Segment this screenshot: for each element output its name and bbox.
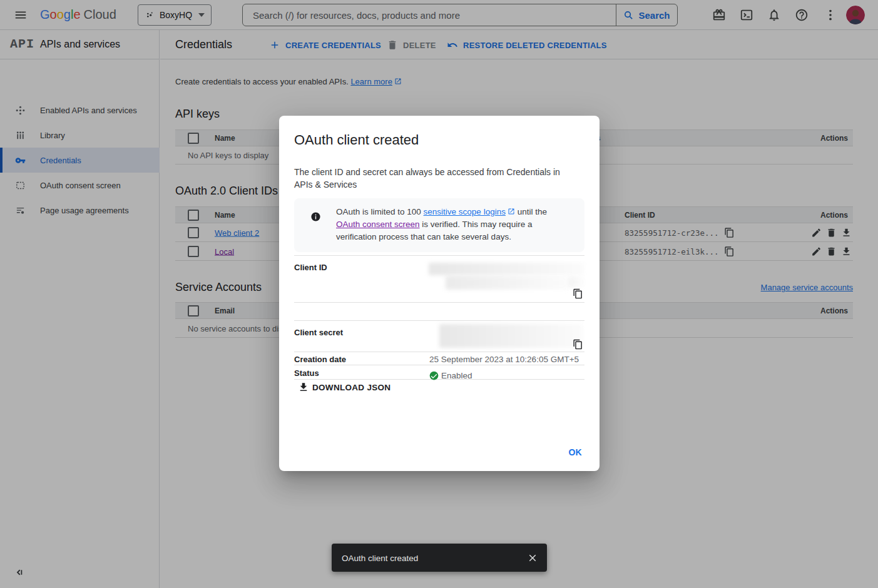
- dialog-description: The client ID and secret can always be a…: [294, 166, 576, 191]
- copy-icon[interactable]: [573, 339, 583, 350]
- client-id-redacted: [446, 276, 568, 290]
- info-icon: [310, 211, 321, 222]
- status-label: Status: [294, 368, 319, 378]
- notice-mid: until the: [515, 207, 547, 216]
- oauth-limit-notice: OAuth is limited to 100 sensitive scope …: [294, 198, 584, 252]
- client-id-label: Client ID: [294, 263, 327, 272]
- client-secret-row: Client secret: [294, 320, 584, 352]
- check-circle-icon: [429, 371, 439, 380]
- notice-pre: OAuth is limited to 100: [336, 207, 424, 216]
- snackbar-message: OAuth client created: [342, 553, 418, 562]
- client-secret-redacted: [439, 324, 583, 348]
- status-text: Enabled: [441, 371, 472, 380]
- dialog-title: OAuth client created: [294, 132, 419, 148]
- creation-date-value: 25 September 2023 at 10:26:05 GMT+5: [429, 355, 579, 364]
- oauth-consent-screen-link[interactable]: OAuth consent screen: [336, 220, 420, 229]
- creation-date-label: Creation date: [294, 355, 346, 364]
- download-json-label: DOWNLOAD JSON: [312, 383, 391, 392]
- creation-date-row: Creation date 25 September 2023 at 10:26…: [294, 352, 584, 365]
- status-row: Status Enabled: [294, 365, 584, 380]
- client-id-row: Client ID: [294, 255, 584, 302]
- status-value: Enabled: [429, 371, 472, 380]
- copy-icon[interactable]: [573, 288, 583, 299]
- close-icon[interactable]: [527, 552, 538, 564]
- client-id-redacted: [568, 276, 584, 288]
- ok-button[interactable]: OK: [563, 444, 587, 461]
- notice-text: OAuth is limited to 100 sensitive scope …: [336, 206, 573, 243]
- screen: GoogleCloud BoxyHQ Search: [0, 0, 878, 588]
- sensitive-scope-logins-link[interactable]: sensitive scope logins: [424, 207, 506, 216]
- download-json-button[interactable]: DOWNLOAD JSON: [298, 382, 391, 393]
- client-id-redacted: [429, 263, 584, 275]
- download-icon: [298, 382, 309, 393]
- spacer-row: [294, 302, 584, 320]
- snackbar: OAuth client created: [332, 544, 547, 572]
- oauth-client-created-dialog: OAuth client created The client ID and s…: [279, 116, 600, 471]
- client-secret-label: Client secret: [294, 328, 343, 337]
- external-link-icon: [508, 206, 515, 214]
